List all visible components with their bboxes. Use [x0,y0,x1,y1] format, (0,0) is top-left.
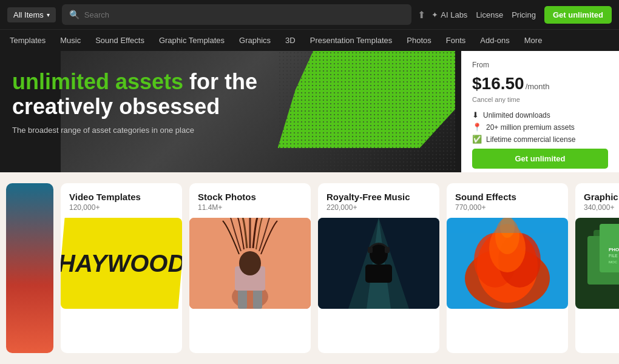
ai-labs-label: AI Labs [441,10,467,19]
hero-content: unlimited assets for the creatively obse… [0,51,619,172]
music-card[interactable]: Royalty-Free Music 220,000+ [318,183,439,353]
music-image [318,218,439,309]
license-link[interactable]: License [476,10,503,19]
svg-text:FILE 05: FILE 05 [609,254,619,258]
svg-text:MOC: MOC [609,260,618,264]
card-count: 770,000+ [455,203,560,212]
card-count: 120,000+ [69,203,174,212]
hero-title: unlimited assets for the creatively obse… [12,69,607,120]
subnav-item-more[interactable]: More [517,30,550,52]
ai-icon: ✦ [431,10,438,19]
subnav-item-addons[interactable]: Add-ons [473,30,516,52]
subnav-item-3d[interactable]: 3D [278,30,303,52]
subnav-item-fonts[interactable]: Fonts [439,30,473,52]
card-inner: Stock Photos 11.4M+ [189,183,311,212]
hero-title-accent: unlimited assets [12,69,183,94]
svg-rect-8 [365,265,392,283]
hero-section: unlimited assets for the creatively obse… [0,51,619,172]
card-title: Sound Effects [455,192,560,202]
subnav-item-sound-effects[interactable]: Sound Effects [88,30,152,52]
hair-svg [189,218,311,309]
hero-title-line2: creatively obsessed [12,94,220,119]
svg-text:PHOTOS: PHOTOS [609,247,619,252]
search-bar: 🔍 [62,4,411,25]
upload-icon[interactable]: ⬆ [418,9,425,21]
card-count: 340,000+ [584,203,619,212]
svg-rect-10 [385,247,390,253]
subnav-item-graphic-templates[interactable]: Graphic Templates [152,30,232,52]
video-templates-image: HAYWOOD [61,218,182,309]
card-inner: Royalty-Free Music 220,000+ [318,183,439,212]
stock-photos-image [189,218,311,309]
graphic-templates-image: PHOTOS FILE 05 MOC PHOTOS FILE 05 [575,218,619,309]
subnav-item-music[interactable]: Music [53,30,88,52]
psychedelic-text: HAYWOOD [61,251,182,275]
ai-labs-button[interactable]: ✦ AI Labs [431,10,467,19]
pricing-link[interactable]: Pricing [512,10,536,19]
video-templates-card[interactable]: Video Templates 120,000+ HAYWOOD [61,183,182,353]
card-inner: Sound Effects 770,000+ [447,183,568,212]
svg-rect-9 [368,247,373,253]
card-inner: Graphic Templates 340,000+ [575,183,619,212]
topbar: All Items ▾ 🔍 ⬆ ✦ AI Labs License Pricin… [0,0,619,29]
card-count: 220,000+ [326,203,431,212]
music-svg [318,218,439,309]
chevron-down-icon: ▾ [47,12,50,18]
sound-effects-card[interactable]: Sound Effects 770,000+ [447,183,568,353]
card-title: Graphic Templates [584,192,619,202]
hero-subtitle: The broadest range of asset categories i… [12,126,607,135]
subnav-item-templates[interactable]: Templates [2,30,53,52]
graphic-svg: PHOTOS FILE 05 MOC PHOTOS FILE 05 [575,218,619,309]
search-icon: 🔍 [69,10,79,19]
subnav-item-graphics[interactable]: Graphics [232,30,278,52]
search-input[interactable] [84,10,404,19]
topbar-right: ✦ AI Labs License Pricing Get unlimited [431,6,612,24]
subnav-item-photos[interactable]: Photos [399,30,438,52]
all-items-button[interactable]: All Items ▾ [7,7,56,22]
get-unlimited-button[interactable]: Get unlimited [544,6,612,24]
svg-rect-19 [447,218,568,233]
hero-title-rest: for the [183,69,257,94]
card-count: 11.4M+ [198,203,302,212]
psychedelic-image: HAYWOOD [61,218,182,309]
hair-figure [189,218,311,309]
music-silhouette [318,218,439,309]
graphic-templates-card[interactable]: Graphic Templates 340,000+ PHOTOS FILE 0… [575,183,619,353]
svg-point-5 [239,251,261,275]
svg-point-7 [370,244,388,265]
partial-card-image [6,183,53,353]
stock-photos-card[interactable]: Stock Photos 11.4M+ [189,183,311,353]
all-items-label: All Items [13,10,44,19]
subnav-item-presentation-templates[interactable]: Presentation Templates [303,30,400,52]
main-content: Video Templates 120,000+ HAYWOOD Stock P… [0,172,619,364]
partial-left-card[interactable] [6,183,53,353]
card-title: Stock Photos [198,192,302,202]
sound-effects-image [447,218,568,309]
card-title: Video Templates [69,192,174,202]
subnav: Templates Music Sound Effects Graphic Te… [0,29,619,51]
card-title: Royalty-Free Music [326,192,431,202]
card-inner: Video Templates 120,000+ [61,183,182,212]
smoke-svg [447,218,568,309]
